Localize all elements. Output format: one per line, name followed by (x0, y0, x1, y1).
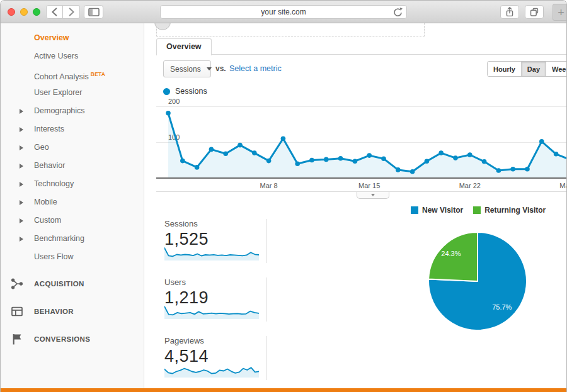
granularity-button-group: HourlyDayWeekMonth (487, 61, 566, 77)
granularity-button-hourly[interactable]: Hourly (488, 62, 521, 76)
sidebar-section-conversions[interactable]: CONVERSIONS (1, 325, 144, 353)
sidebar-item-interests[interactable]: Interests (1, 120, 144, 138)
tab-overview[interactable]: Overview (156, 38, 212, 55)
expand-arrow-icon[interactable] (20, 237, 23, 242)
x-axis-tick-label: Mar 15 (358, 182, 380, 189)
expand-arrow-icon[interactable] (20, 127, 23, 132)
sidebar-section-acquisition[interactable]: ACQUISITION (1, 270, 144, 298)
share-icon (503, 6, 516, 18)
sidebar-section-label: CONVERSIONS (34, 335, 90, 343)
metric-sparkline-chart[interactable] (164, 363, 259, 378)
metric-label: Users (164, 277, 267, 287)
x-axis-line (156, 177, 566, 179)
select-metric-link[interactable]: Select a metric (229, 64, 282, 73)
sidebar-item-custom[interactable]: Custom (1, 211, 144, 230)
beta-badge: BETA (91, 71, 105, 77)
sidebar-section-behavior[interactable]: BEHAVIOR (1, 298, 144, 325)
sidebar-item-technology[interactable]: Technology (1, 175, 144, 193)
legend-label: Returning Visitor (484, 206, 546, 215)
sidebar-item-label: Custom (34, 216, 61, 225)
report-content: Overview Sessions vs. Select a metric Ho… (145, 23, 566, 388)
visitor-type-pie-chart[interactable]: 75.7%24.3% (424, 228, 531, 335)
pie-chart-legend: New Visitor Returning Visitor (411, 206, 546, 215)
sidebar-item-cohort-analysis[interactable]: Cohort AnalysisBETA (1, 65, 144, 84)
minimize-window-button[interactable] (20, 8, 28, 16)
sidebar-item-user-explorer[interactable]: User Explorer (1, 84, 144, 102)
new-tab-button[interactable]: + (553, 4, 567, 21)
metric-card-divider (266, 277, 267, 322)
reload-icon[interactable] (392, 7, 403, 20)
browser-toolbar: your site.com + (1, 1, 566, 23)
expand-arrow-icon[interactable] (20, 164, 23, 169)
metric-sparkline-chart[interactable] (164, 246, 259, 261)
x-axis-tick-label: Mar 29 (559, 182, 566, 189)
sidebar-item-demographics[interactable]: Demographics (1, 102, 144, 120)
sessions-line-chart[interactable] (166, 100, 566, 182)
new-visitor-swatch-icon (411, 206, 418, 214)
report-sidebar: Overview Active Users Cohort AnalysisBET… (1, 23, 144, 388)
caret-down-icon (207, 67, 212, 70)
expand-arrow-icon[interactable] (20, 218, 23, 223)
legend-label: New Visitor (422, 206, 463, 215)
series-dot-icon (163, 88, 170, 95)
metric-card-sessions: Sessions 1,525 (164, 219, 267, 263)
clipped-header-outline (156, 23, 425, 36)
metric-label: Pageviews (164, 336, 267, 345)
sidebar-item-active-users[interactable]: Active Users (1, 47, 144, 65)
legend-item-returning-visitor: Returning Visitor (473, 206, 546, 215)
metric-label: Sessions (164, 219, 267, 228)
sidebar-item-label: Interests (34, 125, 64, 133)
close-window-button[interactable] (8, 8, 15, 16)
metric-dropdown-value: Sessions (170, 65, 201, 74)
series-legend-label: Sessions (175, 87, 207, 96)
expand-arrow-icon[interactable] (20, 200, 23, 205)
expand-arrow-icon[interactable] (20, 145, 23, 150)
metric-dropdown[interactable]: Sessions (163, 60, 211, 77)
sidebar-item-label: Demographics (34, 106, 85, 115)
pie-slice-label: 24.3% (441, 250, 461, 257)
line-chart-legend: Sessions (163, 87, 207, 96)
sidebar-item-label: Active Users (34, 52, 78, 60)
fullscreen-window-button[interactable] (33, 8, 40, 16)
sidebar-item-label: Geo (34, 143, 49, 152)
returning-visitor-swatch-icon (473, 206, 481, 214)
sidebar-toggle-button[interactable] (84, 5, 103, 19)
tab-row-divider (156, 54, 566, 55)
back-button[interactable] (46, 5, 63, 19)
sidebar-item-label: Benchmarking (34, 234, 84, 243)
metric-card-divider (266, 336, 267, 380)
granularity-button-day[interactable]: Day (521, 62, 546, 76)
metric-card-pageviews: Pageviews 4,514 (164, 336, 267, 380)
tab-label: Overview (166, 42, 202, 51)
x-axis-tick-label: Mar 8 (260, 182, 278, 189)
sidebar-item-overview[interactable]: Overview (1, 29, 144, 47)
share-button[interactable] (500, 5, 519, 19)
url-text: your site.com (261, 8, 306, 16)
forward-button[interactable] (63, 5, 80, 19)
granularity-button-week[interactable]: Week (546, 62, 566, 76)
sidebar-item-users-flow[interactable]: Users Flow (1, 248, 144, 266)
sidebar-item-behavior[interactable]: Behavior (1, 157, 144, 175)
caret-down-icon (371, 194, 375, 196)
sidebar-panel-icon (86, 5, 101, 19)
collapse-chart-handle[interactable] (357, 192, 389, 199)
sidebar-item-label: Users Flow (34, 252, 74, 261)
metric-sparkline-chart[interactable] (164, 305, 259, 320)
browser-window: your site.com + Overview Active Users Co… (0, 0, 567, 392)
expand-arrow-icon[interactable] (20, 182, 23, 187)
sidebar-section-label: ACQUISITION (34, 280, 84, 288)
conversions-icon (11, 333, 23, 345)
sidebar-section-list: ACQUISITION BEHAVIOR CONVERSIONS (1, 270, 144, 353)
expand-arrow-icon[interactable] (20, 109, 23, 114)
sidebar-item-list: Overview Active Users Cohort AnalysisBET… (1, 29, 144, 266)
sidebar-item-mobile[interactable]: Mobile (1, 193, 144, 211)
x-axis-labels: Mar 8Mar 15Mar 22Mar 29 (145, 182, 566, 191)
sidebar-item-label: Cohort Analysis (34, 72, 89, 81)
pie-slice-label: 75.7% (492, 303, 512, 311)
tabs-overview-button[interactable] (525, 5, 544, 19)
sidebar-item-benchmarking[interactable]: Benchmarking (1, 230, 144, 248)
chevron-left-icon (49, 6, 61, 18)
sidebar-item-geo[interactable]: Geo (1, 138, 144, 157)
sidebar-item-label: User Explorer (34, 88, 82, 97)
address-bar[interactable]: your site.com (160, 5, 407, 19)
